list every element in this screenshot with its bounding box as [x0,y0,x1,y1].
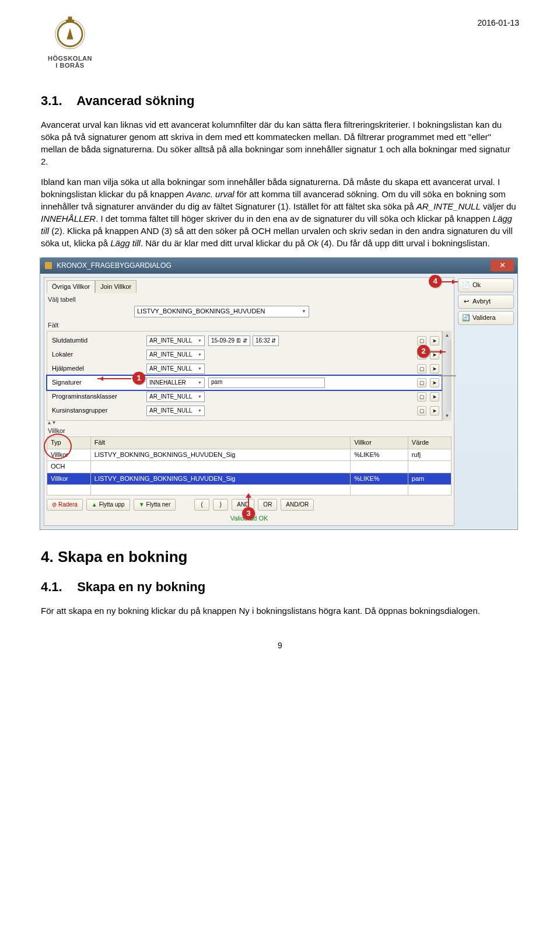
field-row-programinstansklasser: Programinstansklasser AR_INTE_NULL▼ ▢ ➤ [47,390,442,404]
para-2-i3: INNEHÅLLER [41,214,96,223]
ok-icon: 📄 [462,281,470,289]
heading-4-1: 4.1. Skapa en ny bokning [41,578,519,596]
dialog-right-pane: 📄Ok ↩Avbryt 🔄Validera [458,277,514,526]
arrow-down-icon: ▼ [139,501,145,509]
arrow-1 [97,378,131,379]
tab-ovriga-villkor[interactable]: Övriga Villkor [47,280,95,293]
signatur-input[interactable]: pam [208,378,325,388]
radera-button[interactable]: ⊘Radera [47,499,83,511]
marker-1: 1 [132,372,145,385]
section-title: Skapa en ny bokning [77,579,205,594]
para-2-i1: Avanc. urval [186,189,234,199]
scroll-up-icon[interactable]: ▲ [443,331,452,340]
field-name: Signaturer [50,378,143,387]
field-op-select[interactable]: AR_INTE_NULL▼ [146,406,205,416]
para-2-i2: AR_INTE_NULL [416,201,481,211]
para-2f: . När du är klar med ditt urval klickar … [141,238,307,248]
rparen-button[interactable]: ) [213,499,228,511]
label-falt: Fält [48,321,452,330]
field-op-select[interactable]: INNEHALLER▼ [146,378,205,388]
logo-text-1: HÖGSKOLAN [48,55,92,62]
field-op-select[interactable]: AR_INTE_NULL▼ [146,364,205,374]
spinner-icon: ⇵ [243,337,247,345]
logo-text-2: I BORÅS [55,62,84,69]
cancel-icon: ↩ [462,298,470,306]
field-op-select[interactable]: AR_INTE_NULL▼ [146,350,205,360]
field-row-lokaler: Lokaler AR_INTE_NULL▼ ▢ ➤ [47,348,442,362]
flytta-ner-button[interactable]: ▼Flytta ner [134,499,176,511]
dialog-screenshot: 4 2 1 3 KRONOX_FRAGEBYGGARDIALOG ✕ Övrig… [40,257,518,530]
vrow-2[interactable]: OCH [47,461,452,473]
time-input[interactable]: 16:32 ⇵ [253,336,279,346]
circle-annotation [44,434,72,459]
clear-icon[interactable]: ▢ [417,392,426,401]
field-name: Hjälpmedel [50,364,143,373]
or-button[interactable]: OR [258,499,277,511]
scrollbar[interactable]: ▲ ▼ [442,331,452,421]
section-number: 4.1. [41,578,74,596]
marker-2: 2 [417,345,430,358]
arrow-3-stem [248,497,249,507]
para-2g: (4). Du får då upp ditt urval i boknings… [318,238,489,248]
andor-button[interactable]: AND/OR [281,499,314,511]
field-op-select[interactable]: AR_INTE_NULL▼ [146,392,205,402]
field-name: Lokaler [50,350,143,359]
refresh-icon: 🔄 [462,314,470,322]
app-icon [44,261,53,270]
tabs: Övriga Villkor Join Villkor [47,280,452,293]
scroll-thumb[interactable] [439,375,456,376]
heading-4: 4. Skapa en bokning [41,546,519,567]
arrow-2 [430,351,446,352]
para-2d: . I det tomma fältet till höger skriver … [96,214,492,223]
dialog-titlebar: KRONOX_FRAGEBYGGARDIALOG ✕ [40,257,517,274]
vrow-3[interactable]: Villkor LISTVY_BOKNING_BOKNINGS_HUVUDEN_… [47,473,452,484]
para-2-i6: Ok [307,238,318,248]
crest-icon [50,12,90,53]
field-row-slutdatumtid: Slutdatumtid AR_INTE_NULL▼ 15-09-29 🗓 ⇵ … [47,334,442,348]
para-2c: väljer du [481,201,516,211]
flytta-upp-button[interactable]: ▲Flytta upp [86,499,130,511]
section-title: Avancerad sökning [76,93,194,108]
delete-icon: ⊘ [52,501,57,509]
para-2: Ibland kan man vilja söka ut alla boknin… [41,176,519,249]
page-header: HÖGSKOLAN I BORÅS 2016-01-13 [41,12,519,82]
th-falt: Fält [90,437,350,449]
field-op-select[interactable]: AR_INTE_NULL▼ [146,336,205,346]
chevron-down-icon: ▼ [302,308,306,315]
label-valj-tabell: Välj tabell [48,295,452,304]
arrow-3-head [246,490,251,498]
logo: HÖGSKOLAN I BORÅS [41,12,99,82]
tab-join-villkor[interactable]: Join Villkor [95,280,136,293]
document-date: 2016-01-13 [477,18,519,29]
spinner-icon: ⇵ [271,337,276,345]
th-varde: Värde [408,437,451,449]
calendar-icon: 🗓 [236,337,242,345]
arrow-up-icon: ▲ [92,501,97,509]
clear-icon[interactable]: ▢ [417,378,426,387]
heading-3-1: 3.1. Avancerad sökning [41,92,519,110]
ok-button[interactable]: 📄Ok [458,278,514,292]
avbryt-button[interactable]: ↩Avbryt [458,295,514,309]
section-number: 3.1. [41,92,74,110]
villkor-table: Typ Fält Villkor Värde Villkor LISTVY_BO… [47,436,452,495]
date-input[interactable]: 15-09-29 🗓 ⇵ [208,336,250,346]
field-list: Slutdatumtid AR_INTE_NULL▼ 15-09-29 🗓 ⇵ … [47,331,442,421]
field-name: Kursinstansgrupper [50,406,143,415]
dialog-title: KRONOX_FRAGEBYGGARDIALOG [57,261,491,271]
resize-grip[interactable]: ▴ ▾ [47,421,452,424]
select-tabell[interactable]: LISTVY_BOKNING_BOKNINGS_HUVUDEN ▼ [134,306,309,317]
page-number: 9 [41,640,519,652]
scroll-down-icon[interactable]: ▼ [443,411,452,421]
clear-icon[interactable]: ▢ [417,336,426,345]
validera-button[interactable]: 🔄Validera [458,311,514,325]
clear-icon[interactable]: ▢ [417,364,426,373]
arrow-4 [442,281,458,282]
close-button[interactable]: ✕ [491,260,514,271]
select-tabell-value: LISTVY_BOKNING_BOKNINGS_HUVUDEN [137,307,265,316]
lparen-button[interactable]: ( [194,499,209,511]
field-row-kursinstansgrupper: Kursinstansgrupper AR_INTE_NULL▼ ▢ ➤ [47,404,442,418]
para-4-1: För att skapa en ny bokning klickar du p… [41,605,519,617]
marker-4: 4 [429,275,442,288]
clear-icon[interactable]: ▢ [417,406,426,415]
vrow-1[interactable]: Villkor LISTVY_BOKNING_BOKNINGS_HUVUDEN_… [47,449,452,460]
